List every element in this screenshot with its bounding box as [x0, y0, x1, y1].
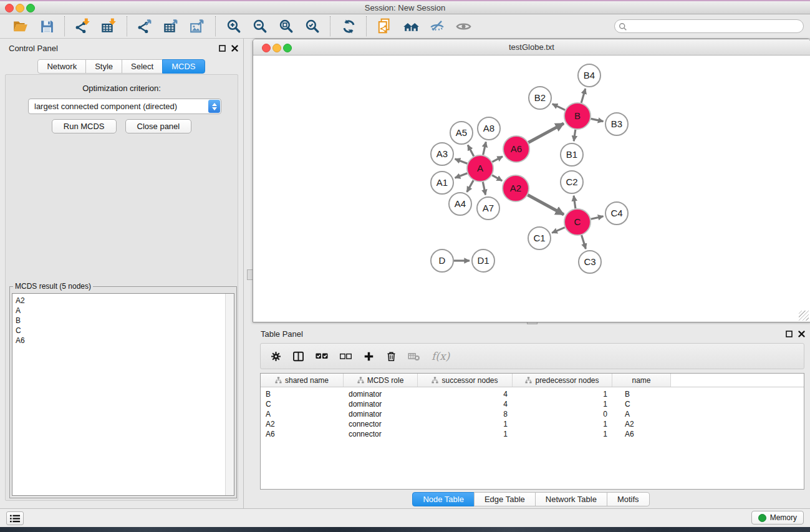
window-resize-grip[interactable] — [799, 311, 809, 321]
graph-node-C[interactable]: C — [564, 209, 591, 235]
graph-node-C3[interactable]: C3 — [579, 251, 601, 273]
export-table-icon[interactable] — [162, 17, 181, 36]
column-header-shared-name[interactable]: shared name — [261, 374, 344, 387]
save-session-icon[interactable] — [37, 17, 56, 36]
mcds-result-item[interactable]: C — [16, 326, 223, 336]
table-row[interactable]: Bdominator41B — [261, 389, 804, 399]
hide-panel-eye-icon[interactable] — [428, 17, 446, 36]
mcds-result-item[interactable]: B — [16, 316, 223, 326]
table-cell[interactable]: A — [612, 410, 671, 418]
graph-node-A7[interactable]: A7 — [477, 197, 499, 220]
tab-edge-table[interactable]: Edge Table — [474, 492, 536, 506]
graph-edge-A-A7[interactable] — [483, 182, 485, 195]
table-cell[interactable]: 0 — [513, 410, 612, 418]
close-table-panel-icon[interactable] — [798, 330, 805, 337]
close-panel-icon[interactable] — [231, 44, 238, 52]
column-header-mcds-role[interactable]: MCDS role — [344, 374, 418, 387]
export-network-icon[interactable] — [136, 17, 155, 36]
graph-node-A6[interactable]: A6 — [503, 136, 529, 162]
graph-node-B4[interactable]: B4 — [578, 64, 600, 87]
show-columns-icon[interactable] — [292, 351, 304, 362]
graph-edge-A-A4[interactable] — [467, 180, 473, 192]
graph-edge-B-B1[interactable] — [574, 130, 576, 141]
graph-node-C4[interactable]: C4 — [605, 202, 628, 225]
table-cell[interactable]: 4 — [418, 400, 513, 409]
graph-node-D1[interactable]: D1 — [472, 249, 494, 272]
graph-edge-C-C4[interactable] — [591, 216, 604, 219]
table-row[interactable]: A2connector11A2 — [261, 419, 804, 429]
graph-edge-C-C1[interactable] — [552, 228, 565, 233]
delete-column-icon[interactable] — [385, 351, 397, 362]
graph-node-C2[interactable]: C2 — [561, 171, 583, 193]
graph-node-B1[interactable]: B1 — [561, 143, 583, 166]
graph-node-A3[interactable]: A3 — [431, 143, 453, 165]
table-cell[interactable]: A2 — [612, 420, 671, 428]
column-header-successor-nodes[interactable]: successor nodes — [418, 374, 513, 387]
graph-node-A1[interactable]: A1 — [431, 172, 453, 194]
search-input[interactable] — [614, 19, 804, 33]
settings-gear-icon[interactable] — [270, 351, 282, 362]
export-image-icon[interactable] — [188, 17, 207, 36]
table-cell[interactable]: C — [612, 400, 671, 409]
zoom-selected-icon[interactable] — [303, 17, 322, 36]
graph-node-A2[interactable]: A2 — [503, 175, 529, 201]
table-cell[interactable]: A — [261, 410, 344, 418]
run-mcds-button[interactable]: Run MCDS — [52, 119, 117, 133]
graph-node-A5[interactable]: A5 — [450, 122, 473, 144]
table-cell[interactable]: A6 — [612, 430, 671, 438]
close-panel-button[interactable]: Close panel — [125, 119, 192, 133]
open-file-icon[interactable] — [11, 17, 30, 36]
graph-edge-A-A3[interactable] — [455, 159, 468, 163]
new-network-from-file-icon[interactable] — [375, 17, 394, 36]
result-list-scrollbar[interactable] — [225, 294, 234, 495]
table-row[interactable]: Cdominator41C — [261, 399, 804, 409]
table-cell[interactable]: 4 — [418, 390, 513, 399]
table-cell[interactable]: 1 — [513, 400, 612, 409]
home-layout-icon[interactable] — [402, 17, 420, 36]
graph-node-B[interactable]: B — [564, 103, 591, 129]
graph-edge-A-A6[interactable] — [492, 157, 503, 162]
tab-network[interactable]: Network — [37, 59, 86, 74]
graph-edge-B-B4[interactable] — [581, 89, 586, 103]
column-header-predecessor-nodes[interactable]: predecessor nodes — [513, 374, 612, 387]
table-cell[interactable]: B — [261, 390, 344, 399]
zoom-fit-icon[interactable] — [277, 17, 296, 36]
table-cell[interactable]: connector — [344, 430, 418, 438]
table-cell[interactable]: 8 — [418, 410, 513, 418]
memory-button[interactable]: Memory — [751, 511, 804, 525]
float-panel-icon[interactable] — [218, 44, 226, 52]
mcds-result-item[interactable]: A6 — [16, 336, 223, 346]
graph-node-C1[interactable]: C1 — [528, 227, 551, 249]
network-window-titlebar[interactable]: testGlobe.txt — [253, 39, 810, 56]
optimization-criterion-select[interactable]: largest connected component (directed) — [28, 99, 221, 114]
tab-node-table[interactable]: Node Table — [412, 492, 475, 506]
table-cell[interactable]: 1 — [513, 430, 612, 438]
table-cell[interactable]: dominator — [344, 400, 418, 409]
deselect-all-checks-icon[interactable] — [339, 350, 352, 363]
graph-edge-A-A2[interactable] — [492, 175, 502, 181]
tab-motifs[interactable]: Motifs — [607, 492, 650, 506]
graph-edge-A6-B[interactable] — [528, 123, 564, 143]
graph-node-A[interactable]: A — [467, 155, 493, 181]
zoom-in-icon[interactable] — [224, 17, 243, 36]
graph-edge-C-C2[interactable] — [574, 196, 576, 208]
graph-edge-A-A1[interactable] — [455, 173, 468, 178]
import-network-icon[interactable] — [74, 17, 92, 36]
graph-edge-A2-C[interactable] — [528, 195, 564, 215]
mcds-result-item[interactable]: A — [16, 306, 223, 316]
graph-edge-A-A8[interactable] — [483, 142, 486, 155]
column-header-name[interactable]: name — [612, 374, 671, 387]
tab-network-table[interactable]: Network Table — [535, 492, 607, 506]
tab-mcds[interactable]: MCDS — [162, 59, 205, 74]
table-row[interactable]: A6connector11A6 — [261, 429, 804, 439]
zoom-out-icon[interactable] — [251, 17, 269, 36]
tab-style[interactable]: Style — [85, 59, 122, 74]
table-cell[interactable]: 1 — [513, 390, 612, 399]
table-cell[interactable]: B — [612, 390, 671, 399]
table-cell[interactable]: dominator — [344, 390, 418, 399]
table-row[interactable]: Adominator80A — [261, 409, 804, 419]
import-table-icon[interactable] — [100, 17, 118, 36]
table-cell[interactable]: A2 — [261, 420, 344, 428]
tab-select[interactable]: Select — [122, 59, 163, 74]
table-cell[interactable]: dominator — [344, 410, 418, 418]
